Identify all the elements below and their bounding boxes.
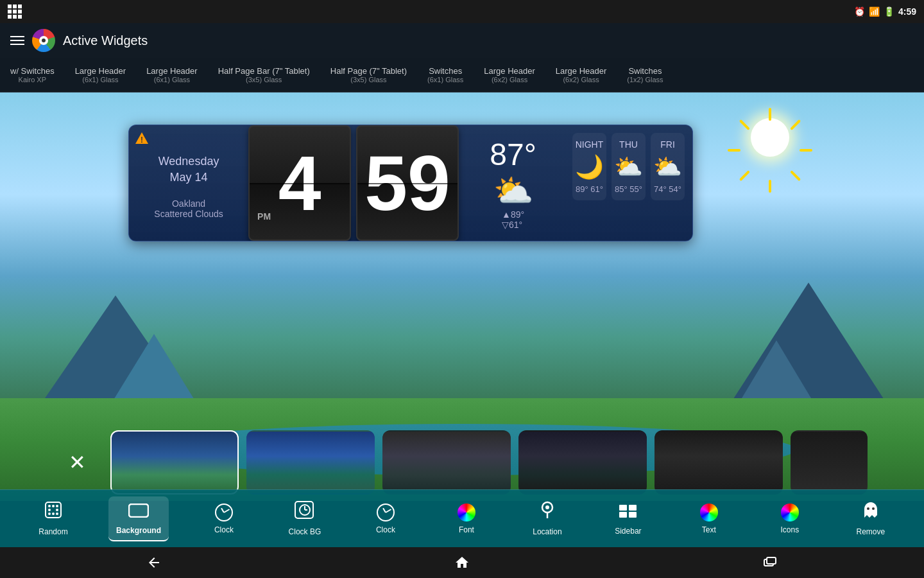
bracket-tr bbox=[230, 430, 239, 439]
svg-point-9 bbox=[52, 512, 55, 515]
ghost-icon-container bbox=[863, 501, 878, 523]
toolbar-text[interactable]: Text bbox=[683, 498, 735, 539]
hamburger-icon[interactable] bbox=[10, 36, 24, 45]
battery-icon: 🔋 bbox=[884, 6, 894, 17]
toolbar-random[interactable]: Random bbox=[28, 496, 79, 541]
svg-point-5 bbox=[56, 505, 58, 507]
widget-item-1[interactable]: Large Header (6x1) Glass bbox=[75, 66, 126, 83]
clock2-icon bbox=[377, 504, 395, 521]
font-color-wheel-icon bbox=[458, 504, 475, 521]
temp-low: ▽61° bbox=[502, 220, 524, 230]
widget-indicator bbox=[406, 241, 416, 241]
svg-rect-20 bbox=[629, 505, 637, 511]
toolbar-clock-label: Clock bbox=[214, 525, 234, 534]
weather-date2: May 14 bbox=[144, 171, 233, 184]
toolbar-clock[interactable]: Clock bbox=[198, 498, 250, 539]
toolbar-clock2[interactable]: Clock bbox=[360, 498, 411, 539]
status-right: ⏰ 📶 🔋 4:59 bbox=[854, 6, 916, 17]
widget-item-7[interactable]: Large Header (6x2) Glass bbox=[556, 66, 607, 83]
weather-widget: ! Wednesday May 14 Oakland Scattered Clo… bbox=[128, 125, 693, 241]
toolbar-clock2-label: Clock bbox=[376, 525, 395, 534]
weather-icon-main: ⛅ bbox=[493, 172, 533, 209]
toolbar-text-label: Text bbox=[702, 525, 716, 534]
toolbar-background-label: Background bbox=[116, 526, 161, 535]
svg-point-24 bbox=[872, 507, 875, 510]
weather-condition: Scattered Clouds bbox=[144, 209, 233, 219]
widget-item-6[interactable]: Large Header (6x2) Glass bbox=[484, 66, 535, 83]
clock-icon bbox=[215, 504, 233, 521]
widget-item-8[interactable]: Switches (1x2) Glass bbox=[627, 66, 663, 83]
app-header: Active Widgets bbox=[0, 23, 924, 58]
toolbar-random-label: Random bbox=[38, 527, 67, 536]
temp-main: 87° bbox=[490, 137, 536, 172]
fri-icon: ⛅ bbox=[653, 153, 682, 180]
weather-clock: 4 PM 59 bbox=[246, 125, 461, 241]
theme-thumb-4[interactable] bbox=[518, 430, 647, 495]
recents-button[interactable] bbox=[737, 550, 803, 575]
bottom-toolbar: Random Background Clock bbox=[0, 489, 924, 547]
svg-rect-26 bbox=[767, 557, 776, 564]
svg-rect-2 bbox=[46, 502, 61, 518]
night-icon: 🌙 bbox=[575, 153, 604, 180]
weather-forecast: NIGHT 🌙 89° 61° THU ⛅ 85° 55° FRI ⛅ bbox=[565, 125, 692, 241]
svg-point-10 bbox=[56, 512, 58, 515]
forecast-thu: THU ⛅ 85° 55° bbox=[612, 133, 646, 200]
thu-icon: ⛅ bbox=[614, 153, 643, 180]
toolbar-icons-label: Icons bbox=[781, 525, 800, 534]
theme-thumb-1[interactable] bbox=[110, 430, 239, 495]
theme-thumb-6[interactable] bbox=[791, 430, 868, 495]
toolbar-icons[interactable]: Icons bbox=[764, 498, 816, 539]
text-color-wheel-icon bbox=[700, 504, 718, 521]
app-title: Active Widgets bbox=[63, 33, 148, 48]
weather-date: Wednesday bbox=[144, 155, 233, 168]
forecast-night: NIGHT 🌙 89° 61° bbox=[572, 133, 606, 200]
toolbar-location-label: Location bbox=[533, 527, 561, 536]
widget-item-5[interactable]: Switches (6x1) Glass bbox=[427, 66, 463, 83]
clock-hour: 4 PM bbox=[248, 125, 351, 241]
forecast-days: NIGHT 🌙 89° 61° THU ⛅ 85° 55° FRI ⛅ bbox=[572, 133, 685, 200]
widget-item-0[interactable]: w/ Switches Kairo XP bbox=[10, 66, 55, 83]
sun bbox=[744, 112, 796, 163]
status-bar: ⏰ 📶 🔋 4:59 bbox=[0, 0, 924, 23]
clock-minute: 59 bbox=[356, 125, 459, 241]
dice-icon bbox=[44, 501, 62, 523]
toolbar-font-label: Font bbox=[459, 525, 474, 534]
theme-thumb-5[interactable] bbox=[654, 430, 783, 495]
widget-item-3[interactable]: Half Page Bar (7" Tablet) (3x5) Glass bbox=[218, 66, 310, 83]
svg-point-18 bbox=[545, 505, 549, 509]
toolbar-clock-bg[interactable]: Clock BG bbox=[279, 496, 330, 541]
widget-item-2[interactable]: Large Header (6x1) Glass bbox=[146, 66, 198, 83]
toolbar-location[interactable]: Location bbox=[522, 496, 573, 541]
toolbar-sidebar[interactable]: Sidebar bbox=[603, 497, 654, 541]
weather-temp-section: 87° ⛅ ▲89° ▽61° bbox=[461, 125, 565, 241]
theme-thumb-3[interactable] bbox=[382, 430, 511, 495]
weather-location: Oakland bbox=[144, 198, 233, 209]
toolbar-background[interactable]: Background bbox=[108, 496, 169, 541]
toolbar-remove[interactable]: Remove bbox=[845, 496, 896, 541]
status-left bbox=[8, 4, 22, 19]
widget-strip: w/ Switches Kairo XP Large Header (6x1) … bbox=[0, 58, 924, 92]
bracket-tl bbox=[110, 430, 119, 439]
wifi-icon: 📶 bbox=[869, 6, 880, 17]
location-pin-icon bbox=[541, 501, 554, 523]
widget-item-4[interactable]: Half Page (7" Tablet) (3x5) Glass bbox=[330, 66, 407, 83]
back-button[interactable] bbox=[121, 550, 187, 575]
icons-color-wheel-icon bbox=[781, 504, 799, 521]
svg-rect-11 bbox=[129, 504, 148, 517]
home-button[interactable] bbox=[429, 550, 495, 575]
svg-point-23 bbox=[867, 507, 869, 510]
svg-point-4 bbox=[52, 505, 55, 507]
svg-rect-19 bbox=[619, 505, 627, 511]
theme-thumb-2[interactable] bbox=[246, 430, 375, 495]
clock-status-icon: ⏰ bbox=[854, 6, 865, 17]
svg-point-7 bbox=[56, 509, 58, 511]
svg-point-3 bbox=[48, 505, 51, 507]
toolbar-sidebar-label: Sidebar bbox=[615, 527, 641, 536]
svg-point-8 bbox=[48, 512, 51, 515]
forecast-fri: FRI ⛅ 74° 54° bbox=[651, 133, 685, 200]
toolbar-font[interactable]: Font bbox=[441, 498, 492, 539]
close-button[interactable]: ✕ bbox=[51, 430, 103, 495]
toolbar-clock-bg-label: Clock BG bbox=[289, 527, 321, 536]
menu-icon[interactable] bbox=[8, 4, 22, 19]
sidebar-grid-icon bbox=[619, 502, 638, 523]
